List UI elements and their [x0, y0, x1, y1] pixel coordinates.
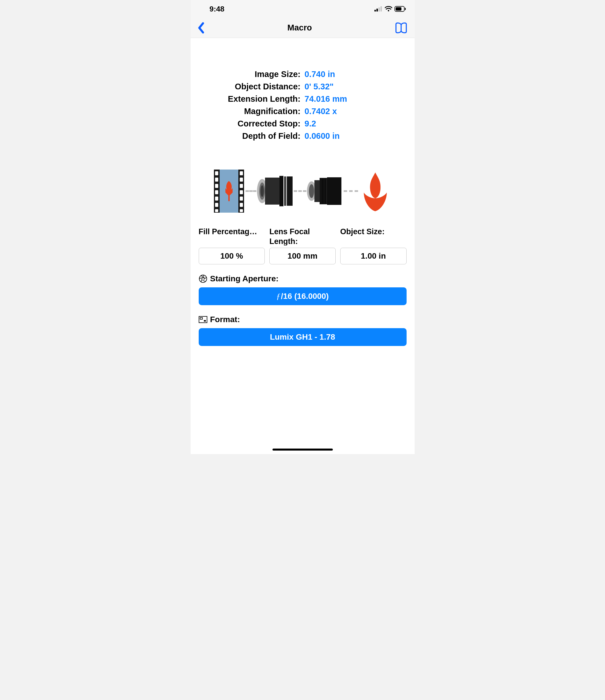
fill-percentage-input[interactable]: 100 % [199, 248, 265, 265]
svg-rect-16 [215, 209, 218, 212]
svg-rect-20 [240, 190, 243, 194]
svg-rect-13 [215, 190, 218, 194]
svg-rect-19 [240, 184, 243, 188]
svg-point-26 [260, 185, 264, 197]
svg-rect-18 [240, 178, 243, 182]
svg-rect-12 [215, 184, 218, 188]
navigation-bar: Macro [191, 18, 415, 38]
svg-rect-33 [282, 176, 283, 206]
svg-rect-41 [324, 178, 324, 204]
f-symbol: ƒ [276, 292, 280, 301]
starting-aperture-button[interactable]: ƒ/16 (16.0000) [199, 288, 406, 305]
battery-icon [395, 6, 406, 12]
object-distance-value: 0' 5.32" [305, 82, 409, 91]
lens-focal-length-input[interactable]: 100 mm [269, 248, 336, 265]
svg-rect-15 [215, 203, 218, 207]
svg-rect-21 [240, 197, 243, 201]
svg-rect-11 [215, 178, 218, 182]
svg-rect-1 [376, 9, 378, 11]
image-size-label: Image Size: [196, 70, 300, 79]
aperture-icon [199, 274, 207, 283]
svg-rect-17 [240, 171, 243, 175]
wifi-icon [385, 6, 392, 12]
object-size-label: Object Size: [340, 227, 406, 245]
svg-rect-7 [396, 7, 401, 10]
svg-rect-14 [215, 197, 218, 201]
svg-rect-23 [240, 209, 243, 212]
svg-rect-10 [215, 171, 218, 175]
status-bar: 9:48 [191, 0, 415, 18]
bookmarks-button[interactable] [395, 22, 407, 33]
svg-rect-39 [321, 178, 321, 204]
svg-rect-27 [265, 178, 280, 205]
svg-rect-51 [200, 318, 203, 319]
status-icons [374, 6, 406, 12]
svg-rect-30 [287, 176, 293, 206]
svg-rect-2 [378, 7, 380, 11]
back-button[interactable] [198, 22, 205, 34]
svg-rect-3 [380, 6, 382, 11]
inputs-row: Fill Percentag… 100 % Lens Focal Length:… [196, 227, 409, 265]
svg-line-47 [201, 278, 202, 282]
lens-rear-icon [256, 172, 294, 210]
extension-length-label: Extension Length: [196, 94, 300, 104]
magnification-value: 0.7402 x [305, 107, 409, 116]
format-row: Format: [196, 315, 409, 324]
lens-focal-length-label: Lens Focal Length: [269, 227, 336, 245]
optics-diagram [196, 170, 409, 212]
starting-aperture-row: Starting Aperture: [196, 274, 409, 283]
svg-rect-31 [280, 176, 281, 206]
format-icon [199, 316, 207, 323]
depth-of-field-label: Depth of Field: [196, 131, 300, 141]
corrected-stop-label: Corrected Stop: [196, 119, 300, 128]
svg-line-46 [202, 280, 206, 282]
svg-rect-29 [284, 176, 286, 206]
svg-rect-32 [281, 176, 282, 206]
svg-rect-42 [325, 178, 325, 204]
svg-rect-40 [322, 178, 323, 204]
format-value: Lumix GH1 - 1.78 [270, 332, 335, 342]
svg-rect-0 [374, 10, 376, 11]
home-indicator [272, 449, 333, 451]
depth-of-field-value: 0.0600 in [305, 131, 409, 141]
svg-rect-36 [314, 180, 320, 202]
chevron-left-icon [198, 22, 205, 34]
svg-rect-52 [204, 320, 206, 322]
extension-length-value: 74.016 mm [305, 94, 409, 104]
format-label: Format: [210, 315, 240, 324]
macro-flower-icon [358, 170, 393, 212]
film-strip-icon [212, 170, 245, 212]
lens-front-icon [306, 174, 344, 208]
svg-rect-6 [405, 8, 406, 10]
aperture-value: /16 (16.0000) [281, 292, 329, 301]
object-distance-label: Object Distance: [196, 82, 300, 91]
svg-line-48 [199, 278, 203, 278]
magnification-label: Magnification: [196, 107, 300, 116]
starting-aperture-label: Starting Aperture: [210, 274, 279, 283]
svg-rect-22 [240, 203, 243, 207]
fill-percentage-label: Fill Percentag… [199, 227, 265, 245]
results-grid: Image Size: 0.740 in Object Distance: 0'… [196, 70, 409, 141]
object-size-input[interactable]: 1.00 in [340, 248, 406, 265]
svg-rect-37 [320, 178, 327, 204]
corrected-stop-value: 9.2 [305, 119, 409, 128]
svg-point-35 [309, 184, 314, 198]
book-icon [395, 22, 407, 33]
page-title: Macro [287, 23, 312, 32]
image-size-value: 0.740 in [305, 70, 409, 79]
format-button[interactable]: Lumix GH1 - 1.78 [199, 328, 406, 346]
status-time: 9:48 [210, 5, 225, 14]
svg-point-4 [388, 10, 389, 11]
svg-rect-38 [327, 177, 341, 205]
cellular-icon [374, 6, 383, 11]
